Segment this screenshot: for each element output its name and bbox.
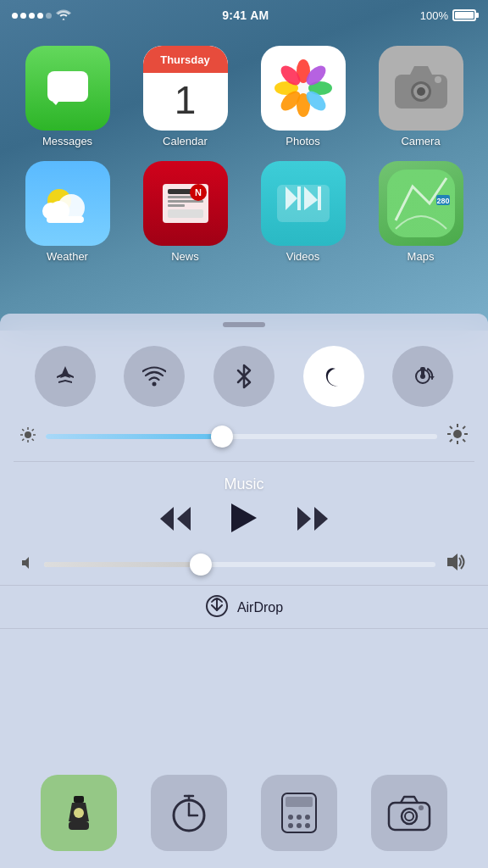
camera-icon <box>379 46 463 131</box>
calendar-day: Thursday <box>143 46 228 73</box>
rewind-button[interactable] <box>160 507 191 537</box>
svg-point-76 <box>305 815 310 820</box>
photos-label: Photos <box>286 135 319 147</box>
app-maps[interactable]: 280 Maps <box>362 154 480 270</box>
camera-label: Camera <box>401 135 440 147</box>
volume-thumb[interactable] <box>190 554 212 576</box>
messages-label: Messages <box>42 135 92 147</box>
volume-min-icon <box>20 556 34 573</box>
do-not-disturb-toggle[interactable] <box>303 346 364 407</box>
airdrop-icon <box>205 594 229 621</box>
maps-label: Maps <box>408 250 435 263</box>
svg-point-75 <box>297 815 302 820</box>
svg-line-54 <box>463 426 465 429</box>
status-bar: 9:41 AM 100% <box>0 0 488 31</box>
svg-rect-80 <box>389 803 430 830</box>
svg-line-44 <box>32 439 34 441</box>
news-icon: N <box>143 161 228 246</box>
app-photos[interactable]: Photos <box>244 39 362 154</box>
svg-point-83 <box>419 805 424 810</box>
battery-area: 100% <box>420 9 476 22</box>
brightness-track[interactable] <box>46 434 437 439</box>
svg-marker-60 <box>314 507 328 531</box>
svg-point-82 <box>405 812 413 821</box>
flashlight-button[interactable] <box>41 775 117 851</box>
svg-rect-22 <box>168 189 193 194</box>
wifi-status-icon <box>56 8 71 23</box>
svg-rect-25 <box>168 204 185 207</box>
svg-marker-62 <box>447 554 458 570</box>
svg-marker-58 <box>231 504 257 532</box>
svg-marker-56 <box>160 507 174 531</box>
svg-point-79 <box>305 823 310 828</box>
app-weather[interactable]: Weather <box>8 154 126 270</box>
dot-3 <box>29 13 35 19</box>
camera-cc-button[interactable] <box>371 775 447 851</box>
svg-point-81 <box>402 809 417 824</box>
airplane-toggle[interactable] <box>35 346 96 407</box>
svg-point-66 <box>74 808 84 818</box>
brightness-slider-row <box>0 417 488 456</box>
news-label: News <box>171 250 199 263</box>
app-grid: Messages Thursday 1 Calendar <box>0 31 488 270</box>
svg-rect-20 <box>47 216 84 223</box>
airdrop-row[interactable]: AirDrop <box>0 585 488 629</box>
svg-line-46 <box>22 439 24 441</box>
messages-icon <box>25 46 110 131</box>
drag-handle[interactable] <box>223 322 265 327</box>
svg-point-38 <box>25 431 31 438</box>
svg-marker-61 <box>22 557 29 569</box>
svg-line-45 <box>32 429 34 431</box>
app-videos[interactable]: Videos <box>244 154 362 270</box>
calculator-button[interactable] <box>261 775 337 851</box>
svg-text:280: 280 <box>436 197 449 205</box>
play-button[interactable] <box>231 504 257 539</box>
volume-max-icon <box>446 553 468 576</box>
home-screen: Messages Thursday 1 Calendar <box>0 0 488 331</box>
svg-line-55 <box>450 439 452 442</box>
volume-slider-row <box>0 544 488 581</box>
music-title: Music <box>20 476 468 493</box>
svg-point-15 <box>435 76 441 83</box>
svg-rect-65 <box>69 821 89 830</box>
svg-rect-0 <box>47 71 88 102</box>
bluetooth-toggle[interactable] <box>214 346 274 407</box>
airdrop-label: AirDrop <box>237 600 283 615</box>
app-news[interactable]: N News <box>126 154 244 270</box>
timer-button[interactable] <box>151 775 227 851</box>
svg-marker-59 <box>297 507 311 531</box>
wifi-toggle[interactable] <box>124 346 185 407</box>
brightness-min-icon <box>20 427 36 446</box>
music-controls <box>20 504 468 539</box>
videos-label: Videos <box>286 250 320 263</box>
signal-dots <box>12 13 52 19</box>
weather-label: Weather <box>47 250 88 263</box>
bottom-apps <box>0 763 488 868</box>
rotation-lock-toggle[interactable] <box>392 346 453 407</box>
svg-rect-64 <box>74 796 84 803</box>
svg-line-53 <box>463 439 465 442</box>
svg-point-78 <box>297 823 302 828</box>
svg-text:N: N <box>195 187 202 198</box>
svg-point-33 <box>152 382 157 387</box>
app-camera[interactable]: Camera <box>362 39 480 154</box>
volume-track[interactable] <box>44 562 435 567</box>
fast-forward-button[interactable] <box>297 507 328 537</box>
volume-fill <box>44 562 201 567</box>
dot-5 <box>46 13 52 19</box>
svg-point-74 <box>288 815 293 820</box>
videos-icon <box>261 161 346 246</box>
calendar-label: Calendar <box>163 135 208 147</box>
battery-fill <box>455 12 474 19</box>
svg-point-14 <box>417 87 425 96</box>
svg-line-52 <box>450 426 452 429</box>
battery-icon <box>452 9 476 21</box>
calendar-date: 1 <box>175 77 197 123</box>
svg-rect-29 <box>277 185 330 222</box>
brightness-thumb[interactable] <box>211 426 233 448</box>
svg-point-47 <box>453 430 462 438</box>
battery-percentage: 100% <box>420 9 448 22</box>
svg-rect-73 <box>286 797 313 807</box>
app-calendar[interactable]: Thursday 1 Calendar <box>126 39 244 154</box>
app-messages[interactable]: Messages <box>8 39 126 154</box>
